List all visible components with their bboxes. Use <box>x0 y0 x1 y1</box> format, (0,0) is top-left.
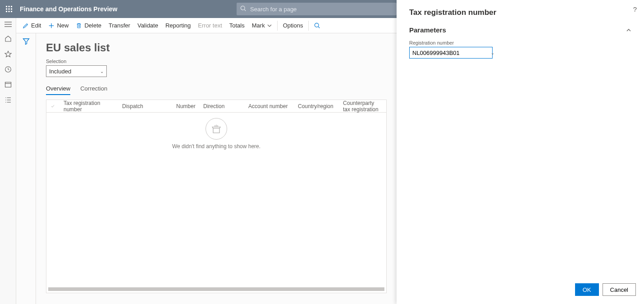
svg-rect-4 <box>9 9 10 10</box>
ok-button[interactable]: OK <box>575 283 599 296</box>
separator <box>308 21 309 31</box>
edit-button[interactable]: Edit <box>19 19 45 32</box>
chevron-down-icon <box>267 23 272 28</box>
dialog-header: Tax registration number <box>397 0 644 22</box>
dialog-footer: OK Cancel <box>397 276 644 304</box>
grid-header: Tax registration number Dispatch Number … <box>46 100 386 113</box>
section-parameters-header[interactable]: Parameters <box>397 22 644 38</box>
cancel-button[interactable]: Cancel <box>603 283 636 296</box>
filter-icon[interactable] <box>23 38 30 304</box>
svg-rect-6 <box>6 11 7 12</box>
trash-icon <box>76 23 82 29</box>
star-icon[interactable] <box>5 50 12 58</box>
new-label: New <box>57 22 69 29</box>
svg-line-26 <box>319 27 320 28</box>
options-button[interactable]: Options <box>279 19 307 32</box>
app-launcher-icon[interactable] <box>0 0 18 18</box>
workspaces-icon[interactable] <box>5 81 12 88</box>
delete-button[interactable]: Delete <box>72 19 105 32</box>
section-parameters-body: Registration number ⌄ <box>397 38 644 60</box>
error-text-button: Error text <box>194 19 225 32</box>
left-nav-rail <box>0 18 16 304</box>
col-number[interactable]: Number <box>172 103 199 109</box>
options-label: Options <box>283 22 303 29</box>
main-content: EU sales list Selection Included ⌄ Overv… <box>36 33 397 304</box>
svg-rect-1 <box>9 6 10 7</box>
svg-rect-2 <box>11 6 12 7</box>
empty-state-icon <box>206 118 227 140</box>
filter-column <box>16 33 36 304</box>
find-button[interactable] <box>311 19 324 32</box>
page-title: EU sales list <box>46 41 387 54</box>
recent-icon[interactable] <box>5 66 12 73</box>
search-icon <box>240 5 247 12</box>
svg-point-25 <box>315 23 319 27</box>
search-icon <box>314 23 320 29</box>
col-direction[interactable]: Direction <box>199 103 244 109</box>
svg-rect-5 <box>11 9 12 10</box>
transfer-button[interactable]: Transfer <box>105 19 134 32</box>
delete-label: Delete <box>84 22 101 29</box>
col-tax-reg-no[interactable]: Tax registration number <box>59 100 118 113</box>
home-icon[interactable] <box>5 35 12 42</box>
registration-number-label: Registration number <box>409 40 631 45</box>
svg-rect-3 <box>6 9 7 10</box>
search-input[interactable] <box>237 3 397 15</box>
chevron-up-icon <box>626 27 631 33</box>
section-parameters-label: Parameters <box>409 26 446 34</box>
svg-rect-7 <box>9 11 10 12</box>
reporting-label: Reporting <box>165 22 191 29</box>
chevron-down-icon[interactable]: ⌄ <box>491 50 494 55</box>
empty-state: We didn't find anything to show here. <box>46 118 386 150</box>
tab-correction[interactable]: Correction <box>80 85 107 95</box>
svg-rect-0 <box>6 6 7 7</box>
command-bar: Edit New Delete Transfer Validate Report… <box>16 18 397 33</box>
empty-state-text: We didn't find anything to show here. <box>46 143 386 150</box>
tabs: Overview Correction <box>46 85 387 95</box>
modules-icon[interactable] <box>5 96 12 104</box>
totals-button[interactable]: Totals <box>226 19 248 32</box>
col-dispatch[interactable]: Dispatch <box>118 103 172 109</box>
separator <box>277 21 278 31</box>
plus-icon <box>48 23 55 29</box>
svg-point-9 <box>241 6 245 10</box>
selection-label: Selection <box>46 59 387 64</box>
grid: Tax registration number Dispatch Number … <box>46 100 387 293</box>
totals-label: Totals <box>229 22 245 29</box>
mark-label: Mark <box>252 22 265 29</box>
horizontal-scrollbar[interactable] <box>48 287 384 291</box>
help-icon[interactable]: ? <box>633 5 637 13</box>
registration-number-field[interactable]: ⌄ <box>409 47 493 59</box>
col-country-region[interactable]: Country/region <box>293 103 338 109</box>
chevron-down-icon: ⌄ <box>100 69 104 74</box>
selection-value: Included <box>49 68 71 75</box>
edit-label: Edit <box>31 22 41 29</box>
tab-overview[interactable]: Overview <box>46 85 70 95</box>
selection-dropdown[interactable]: Included ⌄ <box>46 65 107 77</box>
app-title: Finance and Operations Preview <box>18 5 117 13</box>
select-all-checkbox[interactable] <box>46 103 59 109</box>
pencil-icon <box>23 23 29 29</box>
svg-line-10 <box>244 9 246 11</box>
error-text-label: Error text <box>198 22 222 29</box>
svg-rect-15 <box>5 82 11 87</box>
dialog-panel: ? Tax registration number Parameters Reg… <box>397 0 644 304</box>
svg-rect-8 <box>11 11 12 12</box>
dialog-title: Tax registration number <box>409 8 631 17</box>
validate-label: Validate <box>137 22 158 29</box>
transfer-label: Transfer <box>109 22 130 29</box>
col-counterparty[interactable]: Counterparty tax registration <box>338 100 386 113</box>
mark-button[interactable]: Mark <box>248 19 275 32</box>
reporting-button[interactable]: Reporting <box>162 19 194 32</box>
col-account-number[interactable]: Account number <box>244 103 293 109</box>
registration-number-input[interactable] <box>410 50 491 56</box>
hamburger-icon[interactable] <box>0 22 16 27</box>
validate-button[interactable]: Validate <box>134 19 162 32</box>
new-button[interactable]: New <box>45 19 72 32</box>
search-wrap <box>237 3 397 15</box>
